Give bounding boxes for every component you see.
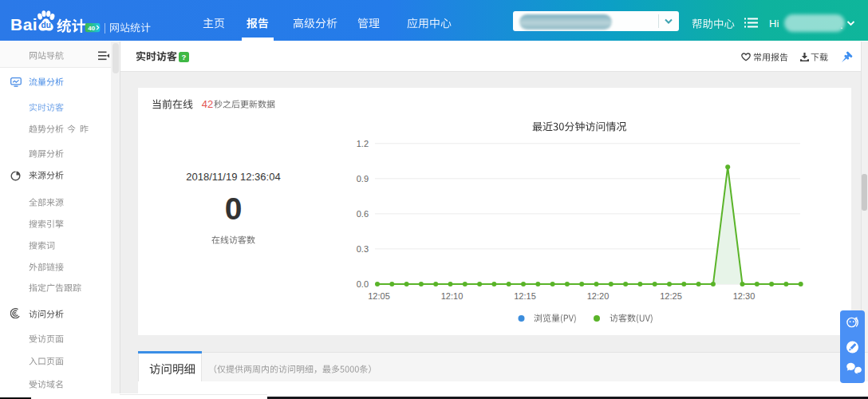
- svg-text:12:10: 12:10: [441, 291, 464, 301]
- svg-text:12:20: 12:20: [587, 291, 610, 301]
- svg-text:40: 40: [88, 25, 95, 32]
- svg-text:12:30: 12:30: [733, 291, 756, 301]
- svg-text:0.9: 0.9: [357, 174, 369, 184]
- svg-text:12:25: 12:25: [660, 291, 682, 301]
- svg-text:12:15: 12:15: [514, 291, 536, 301]
- svg-text:12:05: 12:05: [368, 291, 390, 301]
- svg-text:du: du: [41, 21, 51, 30]
- svg-text:0.3: 0.3: [357, 244, 369, 254]
- svg-text:0.0: 0.0: [357, 279, 369, 289]
- svg-text:1.2: 1.2: [357, 139, 369, 148]
- svg-text:?: ?: [182, 53, 187, 61]
- svg-text:0.6: 0.6: [357, 209, 369, 219]
